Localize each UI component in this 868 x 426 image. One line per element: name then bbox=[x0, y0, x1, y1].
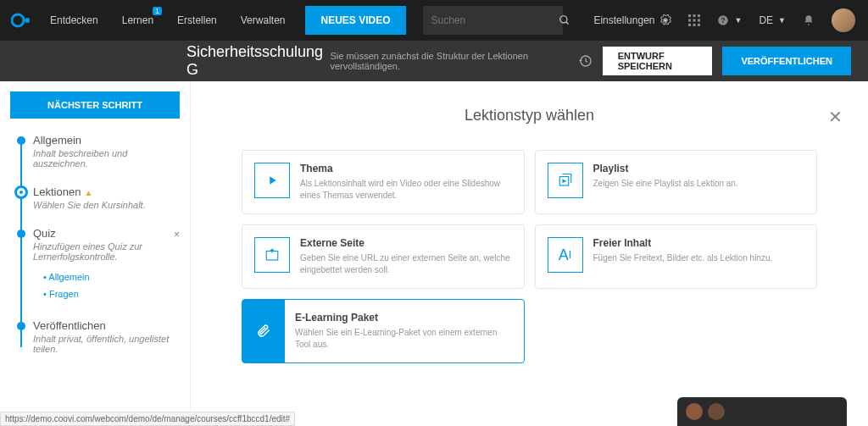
nav-learn-badge: 1 bbox=[153, 7, 162, 15]
content: ✕ Lektionstyp wählen ThemaAls Lektionsin… bbox=[191, 81, 868, 426]
svg-point-2 bbox=[559, 16, 566, 23]
step-lektionen[interactable]: Lektionen▲ Wählen Sie den Kursinhalt. bbox=[14, 185, 180, 210]
svg-rect-6 bbox=[693, 14, 696, 17]
apps-icon[interactable] bbox=[688, 14, 700, 26]
step-remove-icon[interactable]: × bbox=[174, 229, 180, 241]
card-freier-inhalt[interactable]: AI Freier InhaltFügen Sie Freitext, Bild… bbox=[535, 224, 818, 289]
next-step-button[interactable]: NÄCHSTER SCHRITT bbox=[10, 91, 180, 119]
history-icon[interactable] bbox=[579, 54, 593, 68]
chat-avatar bbox=[708, 403, 725, 420]
nav: Entdecken Lernen1 Erstellen Verwalten bbox=[38, 0, 297, 41]
svg-rect-9 bbox=[693, 19, 696, 21]
card-playlist[interactable]: PlaylistZeigen Sie eine Playlist als Lek… bbox=[535, 150, 818, 214]
step-dot bbox=[17, 322, 25, 330]
step-allgemein[interactable]: Allgemein Inhalt beschreiben und auszeic… bbox=[14, 134, 180, 169]
svg-rect-12 bbox=[693, 24, 696, 26]
nav-manage[interactable]: Verwalten bbox=[229, 0, 298, 41]
search-input[interactable] bbox=[431, 14, 559, 26]
sub-item-allgemein[interactable]: Allgemein bbox=[43, 268, 180, 285]
main: NÄCHSTER SCHRITT Allgemein Inhalt beschr… bbox=[0, 81, 868, 426]
step-desc: Hinzufügen eines Quiz zur Lernerfolgskon… bbox=[33, 241, 180, 262]
topbar: Entdecken Lernen1 Erstellen Verwalten NE… bbox=[0, 0, 868, 41]
svg-rect-11 bbox=[688, 24, 691, 26]
nav-learn-label: Lernen bbox=[122, 14, 153, 26]
subbar: Sicherheitsschulung G Sie müssen zunächs… bbox=[0, 41, 868, 81]
sidebar: NÄCHSTER SCHRITT Allgemein Inhalt beschr… bbox=[0, 81, 191, 426]
save-draft-button[interactable]: ENTWURF SPEICHERN bbox=[603, 47, 713, 75]
step-quiz[interactable]: × Quiz Hinzufügen eines Quiz zur Lernerf… bbox=[14, 227, 180, 302]
close-icon[interactable]: ✕ bbox=[828, 107, 843, 127]
logo[interactable] bbox=[4, 0, 38, 41]
svg-rect-10 bbox=[698, 19, 700, 21]
card-desc: Als Lektionsinhalt wird ein Video oder e… bbox=[300, 178, 512, 202]
topbar-right: Einstellungen ?▼ DE▼ bbox=[593, 8, 868, 32]
card-title: Externe Seite bbox=[300, 237, 512, 249]
lang-selector[interactable]: DE▼ bbox=[759, 14, 786, 26]
card-externe-seite[interactable]: Externe SeiteGeben Sie eine URL zu einer… bbox=[242, 224, 525, 289]
step-dot bbox=[17, 136, 25, 145]
nav-create[interactable]: Erstellen bbox=[165, 0, 229, 41]
step-dot bbox=[17, 230, 25, 238]
step-veroeffentlichen[interactable]: Veröffentlichen Inhalt privat, öffentlic… bbox=[14, 319, 180, 354]
external-icon bbox=[254, 237, 290, 273]
step-title: Quiz bbox=[33, 227, 180, 240]
playlist-icon bbox=[548, 163, 583, 198]
chevron-down-icon: ▼ bbox=[778, 16, 786, 25]
text-icon: AI bbox=[548, 237, 583, 273]
steps: Allgemein Inhalt beschreiben und auszeic… bbox=[10, 134, 180, 354]
svg-rect-5 bbox=[688, 14, 691, 17]
course-title: Sicherheitsschulung G bbox=[186, 43, 326, 79]
svg-rect-7 bbox=[698, 14, 700, 17]
card-title: Thema bbox=[300, 163, 512, 174]
card-title: E-Learning Paket bbox=[295, 312, 512, 324]
step-desc: Inhalt beschreiben und auszeichnen. bbox=[33, 148, 180, 169]
warning-icon: ▲ bbox=[84, 188, 92, 197]
chat-avatar bbox=[686, 403, 703, 420]
svg-text:?: ? bbox=[721, 17, 726, 25]
settings-label: Einstellungen bbox=[593, 14, 654, 26]
search-box[interactable] bbox=[423, 6, 563, 35]
card-desc: Geben Sie eine URL zu einer externen Sei… bbox=[300, 252, 512, 276]
svg-point-0 bbox=[12, 14, 24, 26]
attachment-icon bbox=[242, 300, 285, 362]
card-title: Freier Inhalt bbox=[593, 237, 805, 249]
gear-icon bbox=[659, 14, 671, 26]
card-thema[interactable]: ThemaAls Lektionsinhalt wird ein Video o… bbox=[242, 150, 525, 214]
play-icon bbox=[254, 163, 290, 198]
svg-point-4 bbox=[665, 19, 668, 22]
card-desc: Zeigen Sie eine Playlist als Lektion an. bbox=[593, 178, 805, 190]
svg-line-3 bbox=[565, 22, 568, 25]
step-title-text: Lektionen bbox=[33, 185, 81, 198]
step-title: Lektionen▲ bbox=[33, 185, 180, 198]
new-video-button[interactable]: NEUES VIDEO bbox=[305, 6, 405, 35]
sub-message: Sie müssen zunächst die Struktur der Lek… bbox=[330, 51, 578, 71]
nav-discover[interactable]: Entdecken bbox=[38, 0, 110, 41]
step-title: Allgemein bbox=[33, 134, 180, 147]
search-icon[interactable] bbox=[559, 14, 570, 26]
step-title: Veröffentlichen bbox=[33, 319, 180, 332]
svg-point-1 bbox=[25, 18, 30, 23]
card-desc: Fügen Sie Freitext, Bilder etc. als Lekt… bbox=[593, 252, 805, 264]
modal-title: Lektionstyp wählen bbox=[242, 107, 817, 124]
cards-grid: ThemaAls Lektionsinhalt wird ein Video o… bbox=[242, 150, 817, 363]
svg-rect-8 bbox=[688, 19, 691, 21]
card-elearning-paket[interactable]: E-Learning PaketWählen Sie ein E-Learnin… bbox=[242, 299, 525, 363]
nav-learn[interactable]: Lernen1 bbox=[110, 0, 165, 41]
step-desc: Inhalt privat, öffentlich, ungelistet te… bbox=[33, 334, 180, 354]
card-desc: Wählen Sie ein E-Learning-Paket von eine… bbox=[295, 327, 512, 351]
svg-rect-13 bbox=[698, 24, 700, 26]
step-dot-active bbox=[14, 185, 28, 199]
avatar[interactable] bbox=[832, 8, 855, 32]
help-icon[interactable]: ?▼ bbox=[717, 14, 742, 26]
status-bar-url: https://demo.coovi.com/webcom/demo/de/ma… bbox=[0, 412, 295, 426]
publish-button[interactable]: VERÖFFENTLICHEN bbox=[722, 47, 851, 75]
settings-link[interactable]: Einstellungen bbox=[593, 14, 671, 26]
card-title: Playlist bbox=[593, 163, 805, 174]
sub-item-fragen[interactable]: Fragen bbox=[43, 285, 180, 302]
step-desc: Wählen Sie den Kursinhalt. bbox=[33, 200, 180, 210]
quiz-sublist: Allgemein Fragen bbox=[43, 268, 180, 302]
bell-icon[interactable] bbox=[803, 14, 815, 26]
lang-label: DE bbox=[759, 14, 773, 26]
chevron-down-icon: ▼ bbox=[734, 16, 742, 25]
chat-widget[interactable] bbox=[677, 397, 847, 426]
